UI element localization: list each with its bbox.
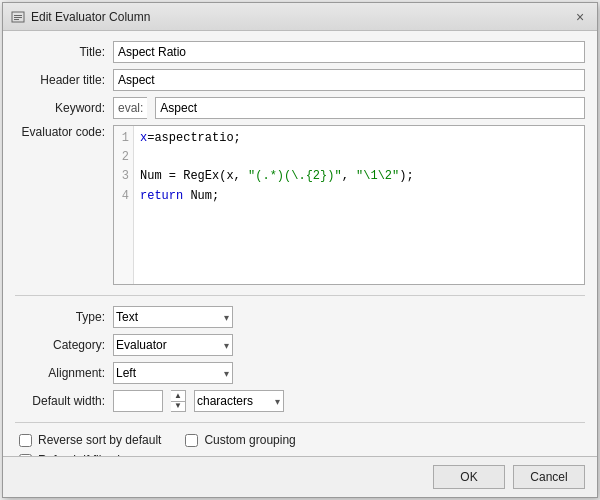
divider-2 [15,422,585,423]
alignment-select-wrapper: Left Center Right [113,362,233,384]
type-row: Type: Text Number Date Boolean [15,306,585,328]
default-width-row: Default width: ▲ ▼ characters pixels [15,390,585,412]
alignment-label: Alignment: [15,366,105,380]
dialog-content: Title: Header title: Keyword: eval: Eval… [3,31,597,456]
title-label: Title: [15,45,105,59]
cancel-button[interactable]: Cancel [513,465,585,489]
svg-rect-3 [14,19,19,20]
custom-grouping-checkbox[interactable] [185,434,198,447]
title-input[interactable] [113,41,585,63]
spinner-up-button[interactable]: ▲ [171,391,185,401]
edit-evaluator-dialog: Edit Evaluator Column × Title: Header ti… [2,2,598,498]
custom-grouping-row: Custom grouping [181,433,295,447]
reverse-sort-label[interactable]: Reverse sort by default [38,433,161,447]
category-select[interactable]: Evaluator General [113,334,233,356]
keyword-prefix: eval: [113,97,147,119]
code-editor[interactable]: 1 2 3 4 x=aspectratio; Num = RegEx(x, "(… [113,125,585,285]
keyword-input[interactable] [155,97,585,119]
alignment-select[interactable]: Left Center Right [113,362,233,384]
reverse-sort-checkbox[interactable] [19,434,32,447]
title-bar-left: Edit Evaluator Column [11,10,150,24]
category-label: Category: [15,338,105,352]
type-label: Type: [15,310,105,324]
line-numbers: 1 2 3 4 [114,126,134,284]
title-bar: Edit Evaluator Column × [3,3,597,31]
dialog-icon [11,10,25,24]
dialog-title: Edit Evaluator Column [31,10,150,24]
characters-select-wrapper: characters pixels [194,390,284,412]
category-row: Category: Evaluator General [15,334,585,356]
keyword-row: Keyword: eval: [15,97,585,119]
bottom-bar: OK Cancel [3,456,597,497]
spinner-down-button[interactable]: ▼ [171,401,185,412]
characters-select[interactable]: characters pixels [194,390,284,412]
default-width-input[interactable] [113,390,163,412]
alignment-row: Alignment: Left Center Right [15,362,585,384]
evaluator-code-row: Evaluator code: 1 2 3 4 x=aspectratio; N… [15,125,585,285]
code-content[interactable]: x=aspectratio; Num = RegEx(x, "(.*)(\.{2… [134,126,584,284]
header-title-label: Header title: [15,73,105,87]
category-select-wrapper: Evaluator General [113,334,233,356]
header-title-row: Header title: [15,69,585,91]
custom-grouping-label[interactable]: Custom grouping [204,433,295,447]
title-row: Title: [15,41,585,63]
reverse-sort-row: Reverse sort by default [15,433,161,447]
checkboxes-row-1: Reverse sort by default Custom grouping [15,433,585,447]
type-select-wrapper: Text Number Date Boolean [113,306,233,328]
svg-rect-2 [14,17,22,18]
ok-button[interactable]: OK [433,465,505,489]
svg-rect-1 [14,15,22,16]
evaluator-code-label: Evaluator code: [15,125,105,139]
type-select[interactable]: Text Number Date Boolean [113,306,233,328]
divider-1 [15,295,585,296]
default-width-label: Default width: [15,394,105,408]
keyword-label: Keyword: [15,101,105,115]
header-title-input[interactable] [113,69,585,91]
spinner-buttons: ▲ ▼ [171,390,186,412]
close-button[interactable]: × [571,8,589,26]
